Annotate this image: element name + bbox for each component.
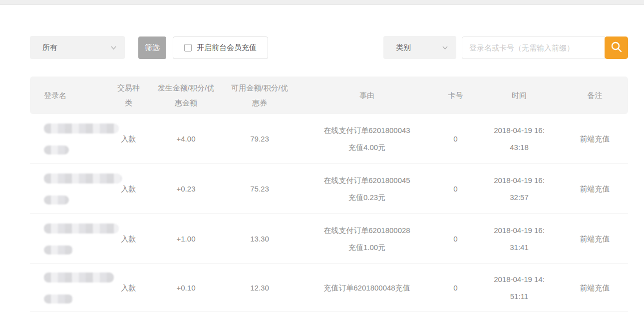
type-cell: 入款 (105, 114, 152, 164)
amount-cell: +0.23 (152, 164, 220, 214)
reason-cell: 在线支付订单6201800043充值4.00元 (300, 114, 434, 164)
table-row: 入款 +4.00 79.23 在线支付订单6201800043充值4.00元 0… (30, 114, 628, 164)
type-cell: 入款 (105, 214, 152, 264)
type-cell: 入款 (105, 264, 152, 312)
redacted-bar (44, 174, 122, 184)
redacted-bar (44, 124, 119, 134)
status-filter-select[interactable]: 所有 (30, 36, 125, 59)
card-cell: 0 (434, 264, 477, 312)
header-remark: 备注 (562, 76, 628, 114)
header-amount: 发生金额/积分/优惠金额 (152, 76, 220, 114)
table-row: 入款 +0.23 75.23 在线支付订单6201800045充值0.23元 0… (30, 164, 628, 214)
redacted-bar (44, 294, 73, 304)
search-input[interactable] (462, 36, 605, 59)
table-row: 入款 +0.10 12.30 充值订单6201800048充值 0 2018-0… (30, 264, 628, 312)
login-cell (30, 164, 105, 214)
remark-cell: 前端充值 (562, 264, 628, 312)
amount-cell: +0.10 (152, 264, 220, 312)
type-cell: 入款 (105, 164, 152, 214)
recharge-records-panel: 所有 筛选 开启前台会员充值 类别 (30, 36, 628, 312)
redacted-bar (44, 224, 119, 234)
header-card-number: 卡号 (434, 76, 477, 114)
header-available: 可用金额/积分/优惠券 (220, 76, 300, 114)
redacted-bar (44, 196, 69, 204)
header-reason: 事由 (300, 76, 434, 114)
available-cell: 75.23 (220, 164, 300, 214)
redacted-bar (44, 146, 69, 154)
top-edge-strip (0, 0, 644, 5)
toolbar: 所有 筛选 开启前台会员充值 类别 (30, 36, 628, 59)
checkbox-label: 开启前台会员充值 (197, 43, 257, 52)
login-cell (30, 264, 105, 312)
time-cell: 2018-04-19 14:51:11 (477, 264, 562, 312)
reason-cell: 在线支付订单6201800028充值1.00元 (300, 214, 434, 264)
time-cell: 2018-04-19 16:43:18 (477, 114, 562, 164)
remark-cell: 前端充值 (562, 164, 628, 214)
table-header-row: 登录名 交易种类 发生金额/积分/优惠金额 可用金额/积分/优惠券 事由 卡号 … (30, 76, 628, 114)
available-cell: 79.23 (220, 114, 300, 164)
table-row: 入款 +1.00 13.30 在线支付订单6201800028充值1.00元 0… (30, 214, 628, 264)
search-group (462, 36, 628, 59)
redacted-bar (44, 272, 114, 282)
category-filter-select[interactable]: 类别 (383, 36, 456, 59)
available-cell: 12.30 (220, 264, 300, 312)
front-desk-recharge-toggle[interactable]: 开启前台会员充值 (173, 36, 268, 59)
search-icon (610, 40, 623, 55)
amount-cell: +1.00 (152, 214, 220, 264)
card-cell: 0 (434, 114, 477, 164)
header-transaction-type: 交易种类 (105, 76, 152, 114)
chevron-down-icon (110, 44, 117, 51)
time-cell: 2018-04-19 16:31:41 (477, 214, 562, 264)
reason-cell: 充值订单6201800048充值 (300, 264, 434, 312)
available-cell: 13.30 (220, 214, 300, 264)
status-filter-value: 所有 (42, 43, 57, 52)
remark-cell: 前端充值 (562, 114, 628, 164)
redacted-bar (44, 246, 73, 254)
reason-cell: 在线支付订单6201800045充值0.23元 (300, 164, 434, 214)
redacted-login (44, 272, 114, 304)
checkbox-unchecked[interactable] (184, 44, 192, 52)
login-cell (30, 214, 105, 264)
login-cell (30, 114, 105, 164)
amount-cell: +4.00 (152, 114, 220, 164)
search-button[interactable] (605, 36, 628, 59)
header-time: 时间 (477, 76, 562, 114)
card-cell: 0 (434, 214, 477, 264)
card-cell: 0 (434, 164, 477, 214)
category-filter-value: 类别 (396, 43, 411, 52)
filter-button[interactable]: 筛选 (138, 36, 166, 59)
chevron-down-icon (442, 44, 448, 51)
remark-cell: 前端充值 (562, 214, 628, 264)
header-login: 登录名 (30, 76, 105, 114)
time-cell: 2018-04-19 16:32:57 (477, 164, 562, 214)
